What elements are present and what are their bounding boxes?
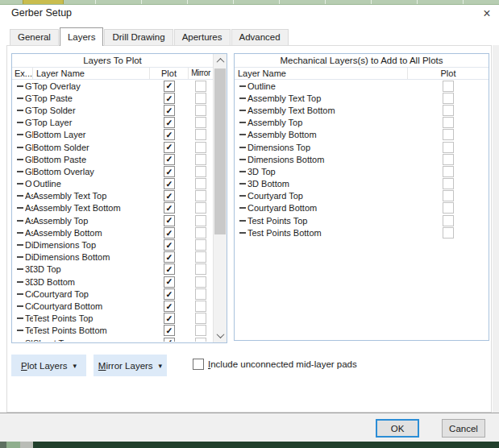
plot-checkbox[interactable]: ✓ — [164, 81, 175, 92]
close-icon[interactable]: × — [479, 6, 495, 22]
column-header-layer-name[interactable]: Layer Name — [235, 68, 408, 79]
plot-checkbox[interactable]: ✓ — [164, 202, 175, 214]
column-header-layer-name[interactable]: Layer Name — [33, 68, 150, 79]
mirror-checkbox[interactable] — [195, 129, 206, 140]
column-header-plot[interactable]: Plot — [150, 68, 189, 79]
column-header-mirror[interactable]: Mirror — [189, 68, 213, 79]
mechanical-layer-row[interactable]: Courtyard Bottom — [235, 202, 489, 214]
plot-checkbox[interactable] — [443, 129, 454, 140]
plot-checkbox[interactable] — [443, 166, 454, 177]
plot-checkbox[interactable]: ✓ — [164, 263, 175, 275]
mechanical-layer-row[interactable]: Assembly Bottom — [235, 129, 489, 141]
mirror-checkbox[interactable] — [195, 338, 206, 342]
plot-checkbox[interactable]: ✓ — [164, 105, 175, 116]
plot-checkbox[interactable] — [443, 215, 454, 226]
mechanical-layer-row[interactable]: 3D Top — [235, 165, 489, 177]
plot-checkbox[interactable]: ✓ — [164, 227, 175, 239]
plot-checkbox[interactable]: ✓ — [164, 117, 175, 128]
column-header-plot[interactable]: Plot — [408, 68, 489, 79]
layer-row[interactable]: AsAssembly Bottom✓ — [12, 226, 213, 239]
layer-row[interactable]: GTSTop Solder✓ — [12, 104, 213, 116]
mechanical-layer-row[interactable]: Courtyard Top — [235, 190, 489, 202]
mechanical-layer-row[interactable]: Assembly Text Top — [235, 92, 489, 104]
mechanical-layer-row[interactable]: Test Points Bottom — [235, 226, 489, 239]
layer-row[interactable]: 3D3D Top✓ — [12, 263, 213, 276]
layer-row[interactable]: TeTest Points Bottom✓ — [12, 325, 213, 337]
tab-general[interactable]: General — [10, 29, 59, 45]
plot-checkbox[interactable]: ✓ — [164, 338, 175, 342]
mirror-checkbox[interactable] — [195, 178, 206, 189]
plot-checkbox[interactable]: ✓ — [164, 166, 175, 177]
plot-checkbox[interactable]: ✓ — [164, 129, 175, 140]
mirror-checkbox[interactable] — [195, 227, 206, 239]
mirror-checkbox[interactable] — [195, 313, 206, 324]
tab-layers[interactable]: Layers — [60, 27, 104, 46]
mirror-checkbox[interactable] — [195, 117, 206, 128]
layer-row[interactable]: GBPBottom Paste✓ — [12, 153, 213, 165]
scrollbar[interactable] — [213, 54, 227, 342]
plot-checkbox[interactable]: ✓ — [164, 251, 175, 263]
mechanical-layer-row[interactable]: Dimensions Top — [235, 141, 489, 153]
plot-checkbox[interactable]: ✓ — [164, 276, 175, 288]
layer-row[interactable]: GBSBottom Solder✓ — [12, 141, 213, 153]
layer-row[interactable]: AsAssembly Text Bottom✓ — [12, 202, 213, 214]
mirror-checkbox[interactable] — [195, 301, 206, 312]
layer-row[interactable]: CoCourtyard Bottom✓ — [12, 300, 213, 312]
mirror-checkbox[interactable] — [195, 288, 206, 300]
mechanical-layer-row[interactable]: Outline — [235, 80, 489, 92]
mirror-checkbox[interactable] — [195, 215, 206, 226]
plot-checkbox[interactable] — [443, 81, 454, 92]
plot-checkbox[interactable] — [443, 154, 454, 165]
layer-row[interactable]: ShSheet Top✓ — [12, 337, 213, 342]
mirror-checkbox[interactable] — [195, 251, 206, 263]
plot-checkbox[interactable] — [443, 178, 454, 189]
tab-advanced[interactable]: Advanced — [231, 29, 289, 45]
scroll-up-icon[interactable] — [214, 54, 227, 68]
scroll-down-icon[interactable] — [214, 329, 227, 342]
scrollbar-thumb[interactable] — [214, 68, 226, 234]
layer-row[interactable]: DiDimensions Top✓ — [12, 239, 213, 251]
mirror-checkbox[interactable] — [195, 166, 206, 177]
layer-row[interactable]: OOutline✓ — [12, 178, 213, 190]
layer-row[interactable]: GTPTop Paste✓ — [12, 92, 213, 104]
plot-checkbox[interactable]: ✓ — [164, 301, 175, 312]
plot-checkbox[interactable]: ✓ — [164, 325, 175, 336]
mechanical-layer-row[interactable]: Test Points Top — [235, 214, 489, 226]
plot-checkbox[interactable] — [443, 142, 454, 153]
mirror-checkbox[interactable] — [195, 239, 206, 251]
plot-checkbox[interactable]: ✓ — [164, 313, 175, 324]
plot-checkbox[interactable]: ✓ — [164, 288, 175, 300]
plot-checkbox[interactable] — [443, 227, 454, 239]
plot-checkbox[interactable]: ✓ — [164, 215, 175, 226]
plot-checkbox[interactable] — [443, 105, 454, 116]
plot-layers-button[interactable]: Plot Layers ▾ — [11, 355, 86, 376]
layer-row[interactable]: GTOTop Overlay✓ — [12, 80, 213, 92]
mirror-checkbox[interactable] — [195, 276, 206, 288]
plot-checkbox[interactable]: ✓ — [164, 93, 175, 104]
layer-row[interactable]: GBLBottom Layer✓ — [12, 129, 213, 141]
layer-row[interactable]: GTLTop Layer✓ — [12, 117, 213, 129]
plot-checkbox[interactable] — [443, 93, 454, 104]
plot-checkbox[interactable] — [443, 202, 454, 214]
mirror-checkbox[interactable] — [195, 202, 206, 214]
include-unconnected-pads-checkbox[interactable] — [193, 359, 204, 370]
mirror-checkbox[interactable] — [195, 81, 206, 92]
mirror-checkbox[interactable] — [195, 93, 206, 104]
plot-checkbox[interactable]: ✓ — [164, 178, 175, 189]
plot-checkbox[interactable]: ✓ — [164, 154, 175, 165]
mechanical-layer-row[interactable]: Assembly Text Bottom — [235, 104, 489, 116]
plot-checkbox[interactable] — [443, 190, 454, 201]
layer-row[interactable]: 3D3D Bottom✓ — [12, 276, 213, 288]
mirror-checkbox[interactable] — [195, 105, 206, 116]
mechanical-layer-row[interactable]: 3D Bottom — [235, 178, 489, 190]
plot-checkbox[interactable]: ✓ — [164, 239, 175, 251]
layer-row[interactable]: AsAssembly Top✓ — [12, 214, 213, 226]
column-header-extension[interactable]: Ex... — [12, 68, 33, 79]
layer-row[interactable]: CoCourtyard Top✓ — [12, 288, 213, 300]
plot-checkbox[interactable] — [443, 117, 454, 128]
layer-row[interactable]: TeTest Points Top✓ — [12, 313, 213, 325]
mechanical-layer-row[interactable]: Assembly Top — [235, 117, 489, 129]
plot-checkbox[interactable]: ✓ — [164, 142, 175, 153]
mirror-layers-button[interactable]: Mirror Layers ▾ — [94, 355, 167, 376]
mirror-checkbox[interactable] — [195, 263, 206, 275]
